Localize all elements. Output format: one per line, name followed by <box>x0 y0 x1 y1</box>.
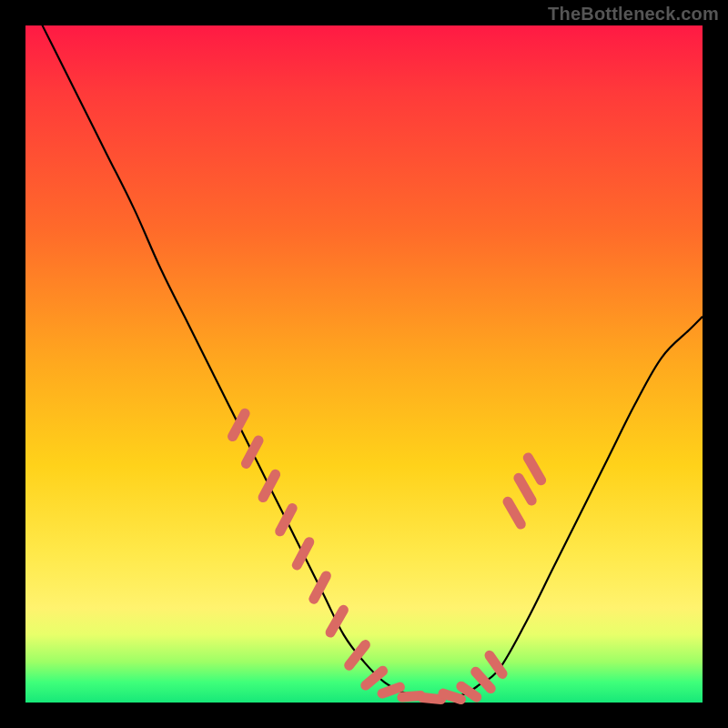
curve-marker <box>508 501 521 524</box>
curve-path <box>25 0 703 699</box>
curve-marker <box>528 458 541 480</box>
curve-marker <box>382 687 399 693</box>
plot-area <box>25 25 703 703</box>
curve-marker <box>490 655 502 673</box>
curve-marker <box>443 693 460 699</box>
curve-layer <box>25 25 703 703</box>
chart-frame: TheBottleneck.com <box>0 0 728 728</box>
curve-markers <box>233 413 541 699</box>
bottleneck-curve <box>25 0 703 699</box>
curve-marker <box>519 478 531 500</box>
watermark-text: TheBottleneck.com <box>548 4 719 25</box>
curve-marker <box>366 671 383 685</box>
curve-marker <box>422 698 440 700</box>
